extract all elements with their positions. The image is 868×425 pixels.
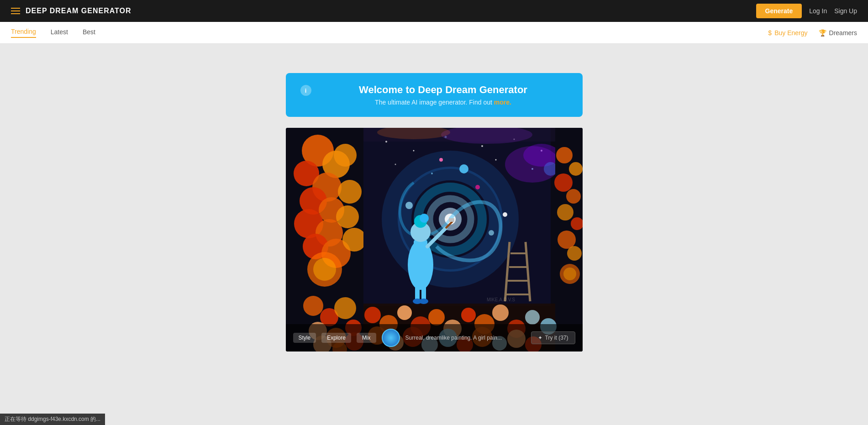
- welcome-subtitle: The ultimate AI image generator. Find ou…: [319, 99, 568, 106]
- svg-point-47: [569, 162, 583, 176]
- welcome-text: Welcome to Deep Dream Generator The ulti…: [319, 84, 568, 106]
- nav-tabs: Trending Latest Best: [11, 28, 95, 38]
- svg-point-52: [558, 231, 576, 249]
- svg-text:MIKE.A.D.V.S: MIKE.A.D.V.S: [487, 297, 515, 302]
- top-nav-left: DEEP DREAM GENERATOR: [11, 7, 132, 15]
- site-title: DEEP DREAM GENERATOR: [26, 7, 132, 15]
- page-background: i Welcome to Deep Dream Generator The ul…: [0, 44, 868, 425]
- try-it-button[interactable]: ✦ Try it (37): [531, 331, 575, 344]
- svg-point-57: [364, 307, 381, 323]
- main-artwork: MIKE.A.D.V.S: [286, 128, 583, 352]
- status-bar: 正在等待 ddgimgs-f43e.kxcdn.com 的...: [0, 414, 105, 425]
- svg-point-34: [405, 202, 413, 209]
- explore-tag-button[interactable]: Explore: [321, 333, 351, 343]
- status-text: 正在等待 ddgimgs-f43e.kxcdn.com 的...: [5, 416, 100, 422]
- svg-point-40: [439, 158, 443, 162]
- svg-point-8: [338, 180, 362, 204]
- svg-point-19: [413, 150, 414, 152]
- main-content: i Welcome to Deep Dream Generator The ul…: [286, 58, 583, 352]
- svg-point-59: [397, 305, 412, 320]
- svg-point-55: [563, 268, 576, 280]
- style-tag-button[interactable]: Style: [293, 333, 316, 343]
- generate-button[interactable]: Generate: [756, 4, 802, 18]
- tab-latest[interactable]: Latest: [51, 28, 68, 37]
- main-image-container: MIKE.A.D.V.S Style Explore Mix Surreal, …: [286, 128, 583, 352]
- nav-actions: $ Buy Energy 🏆 Dreamers: [768, 29, 857, 37]
- svg-point-65: [492, 304, 509, 321]
- buy-energy-link[interactable]: $ Buy Energy: [768, 29, 807, 37]
- buy-energy-label: Buy Energy: [774, 29, 807, 37]
- svg-point-36: [459, 164, 468, 173]
- trophy-icon: 🏆: [819, 29, 826, 37]
- svg-point-26: [495, 159, 496, 161]
- star-icon: ✦: [538, 335, 542, 341]
- welcome-banner: i Welcome to Deep Dream Generator The ul…: [286, 73, 583, 117]
- try-it-label: Try it (37): [545, 335, 568, 341]
- welcome-title: Welcome to Deep Dream Generator: [319, 84, 568, 96]
- svg-point-46: [556, 147, 573, 163]
- svg-point-24: [395, 164, 396, 165]
- svg-point-99: [419, 299, 428, 304]
- user-avatar: [382, 329, 400, 347]
- signup-link[interactable]: Sign Up: [834, 7, 857, 15]
- svg-point-35: [489, 230, 494, 236]
- svg-point-16: [313, 258, 336, 281]
- mix-tag-button[interactable]: Mix: [357, 333, 376, 343]
- svg-rect-89: [414, 240, 427, 265]
- svg-point-11: [336, 205, 359, 228]
- svg-point-49: [566, 189, 581, 204]
- svg-point-81: [334, 297, 356, 319]
- svg-point-67: [525, 310, 540, 325]
- info-icon: i: [300, 85, 311, 96]
- welcome-subtitle-text: The ultimate AI image generator. Find ou…: [375, 99, 494, 106]
- svg-point-79: [303, 296, 323, 316]
- svg-point-41: [503, 212, 507, 217]
- tab-trending[interactable]: Trending: [11, 28, 36, 38]
- more-link[interactable]: more.: [494, 99, 511, 106]
- dreamers-label: Dreamers: [829, 29, 857, 37]
- svg-point-63: [461, 308, 476, 322]
- top-navigation: DEEP DREAM GENERATOR Generate Log In Sig…: [0, 0, 868, 22]
- secondary-navigation: Trending Latest Best $ Buy Energy 🏆 Drea…: [0, 22, 868, 44]
- login-link[interactable]: Log In: [809, 7, 827, 15]
- svg-point-39: [475, 185, 480, 189]
- tab-best[interactable]: Best: [83, 28, 95, 37]
- svg-point-48: [554, 173, 573, 192]
- svg-rect-97: [421, 287, 426, 300]
- svg-point-14: [342, 228, 366, 252]
- top-nav-right: Generate Log In Sign Up: [756, 4, 857, 18]
- svg-point-61: [428, 309, 445, 325]
- svg-rect-95: [449, 218, 454, 222]
- image-description: Surreal, dreamlike painting. A girl pain…: [405, 335, 526, 341]
- dreamers-link[interactable]: 🏆 Dreamers: [819, 29, 857, 37]
- svg-point-92: [420, 214, 429, 223]
- image-bottom-bar: Style Explore Mix Surreal, dreamlike pai…: [286, 324, 583, 352]
- svg-point-21: [481, 145, 483, 147]
- menu-icon[interactable]: [11, 8, 20, 14]
- svg-rect-96: [415, 287, 420, 300]
- svg-point-53: [567, 246, 582, 261]
- svg-point-50: [557, 204, 573, 220]
- energy-icon: $: [768, 29, 772, 37]
- svg-point-5: [334, 144, 357, 167]
